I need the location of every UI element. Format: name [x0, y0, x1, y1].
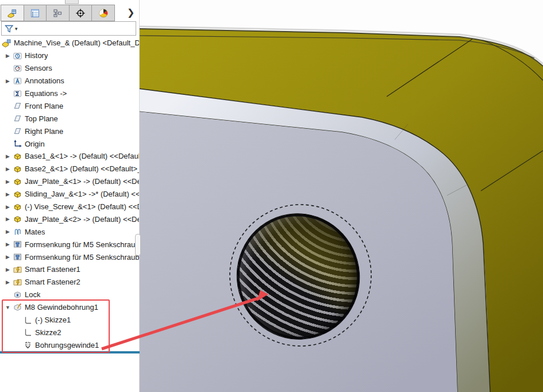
- origin-icon: [13, 139, 22, 148]
- part-icon: [13, 190, 22, 199]
- sketch-icon: [23, 316, 33, 325]
- part-icon: [13, 177, 22, 186]
- tree-item-base2[interactable]: ▶ Base2_&<1> (Default) <<Default>_D: [0, 163, 139, 175]
- hole-wizard-icon: [13, 303, 22, 312]
- mates-icon: [13, 227, 22, 236]
- tree-item-front-plane[interactable]: Front Plane: [0, 99, 139, 112]
- lock-icon: [13, 290, 22, 299]
- propertymanager-icon: [30, 8, 40, 18]
- tab-propertymanager[interactable]: [24, 5, 47, 21]
- annotations-icon: [13, 76, 22, 86]
- configurationmanager-icon: [52, 8, 63, 18]
- tree-item-vise-screw[interactable]: ▶ (-) Vise_Screw_&<1> (Default) <<De: [0, 201, 139, 213]
- tree-item-equations[interactable]: Equations ->: [0, 87, 139, 100]
- tree-item-jaw-plate1[interactable]: ▶ Jaw_Plate_&<1> -> (Default) <<Defa: [0, 175, 139, 188]
- feature-tree: Machine_Vise_& (Default) <Default_Displ …: [0, 37, 139, 351]
- tree-item-smart-fastener2[interactable]: ▶ Smart Fastener2: [0, 276, 139, 289]
- manager-tab-bar: [1, 5, 115, 21]
- tree-item-m8-gewindebohrung[interactable]: ▼ M8 Gewindebohrung1: [0, 301, 139, 314]
- smart-fastener-icon: [13, 265, 22, 274]
- tree-item-right-plane[interactable]: Right Plane: [0, 125, 139, 137]
- expand-arrow[interactable]: ▶: [3, 254, 13, 260]
- tree-item-bohrungsgewinde[interactable]: Bohrungsgewinde1: [0, 339, 139, 351]
- tree-item-history[interactable]: ▶ History: [0, 49, 139, 62]
- tree-item-sliding-jaw[interactable]: ▶ Sliding_Jaw_&<1> ->* (Default) <<D: [0, 188, 139, 201]
- model-scene: [138, 0, 543, 392]
- tree-filter-input[interactable]: ▾: [1, 21, 136, 36]
- plane-icon: [13, 101, 22, 110]
- tab-featuremanager[interactable]: [1, 5, 24, 21]
- tree-item-smart-fastener1[interactable]: ▶ Smart Fastener1: [0, 263, 139, 276]
- expand-arrow[interactable]: ▶: [3, 153, 13, 159]
- graphics-area[interactable]: [138, 0, 543, 392]
- tree-item-sensors[interactable]: Sensors: [0, 62, 139, 75]
- rollback-bar[interactable]: [0, 351, 140, 353]
- displaymanager-icon: [98, 8, 109, 18]
- tree-item-origin[interactable]: Origin: [0, 137, 139, 150]
- filter-funnel-icon: [4, 24, 14, 34]
- part-icon: [13, 214, 22, 224]
- part-icon: [13, 152, 22, 161]
- plane-icon: [13, 114, 22, 123]
- plane-icon: [13, 126, 22, 136]
- expand-arrow[interactable]: ▶: [3, 267, 13, 272]
- panel-overflow-chevron[interactable]: ❯: [127, 7, 134, 18]
- expand-arrow[interactable]: ▶: [3, 216, 13, 222]
- expand-arrow[interactable]: ▶: [3, 204, 13, 210]
- part-icon: [13, 164, 22, 174]
- tree-item-formsenkung2[interactable]: ▶ Formsenkung für M5 Senkschraube: [0, 251, 139, 263]
- thread-icon: [23, 340, 33, 349]
- expand-arrow[interactable]: ▶: [3, 53, 13, 59]
- tree-item-top-plane[interactable]: Top Plane: [0, 112, 139, 125]
- part-icon: [13, 202, 22, 212]
- filter-dropdown-arrow[interactable]: ▾: [15, 26, 18, 32]
- featuremanager-tree-icon: [7, 8, 17, 18]
- tree-item-lock[interactable]: Lock: [0, 289, 139, 301]
- toolbar-fragment: [65, 0, 79, 4]
- tab-dimxpertmanager[interactable]: [70, 5, 93, 21]
- expand-arrow[interactable]: ▶: [3, 78, 13, 84]
- expand-arrow[interactable]: ▶: [3, 279, 13, 285]
- tree-item-jaw-plate2[interactable]: ▶ Jaw_Plate_&<2> -> (Default) <<Defa: [0, 213, 139, 225]
- tree-item-skizze1[interactable]: (-) Skizze1: [0, 314, 139, 326]
- tree-item-annotations[interactable]: ▶ Annotations: [0, 75, 139, 87]
- featuremanager-panel: ❯ ▾ Machine_Vise_& (Default) <Default_Di…: [0, 0, 140, 392]
- dimxpertmanager-icon: [75, 8, 86, 18]
- history-icon: [13, 51, 22, 60]
- expand-arrow[interactable]: ▶: [3, 241, 13, 247]
- counterbore-icon: [13, 240, 22, 249]
- tab-configurationmanager[interactable]: [47, 5, 70, 21]
- sensors-icon: [13, 64, 22, 73]
- expand-arrow[interactable]: ▶: [3, 179, 13, 185]
- counterbore-icon: [13, 252, 22, 262]
- tree-item-mates[interactable]: ▶ Mates: [0, 225, 139, 238]
- equations-icon: [13, 89, 22, 98]
- tree-scrollbar-thumb[interactable]: [135, 234, 141, 256]
- smart-fastener-icon: [13, 278, 22, 287]
- collapse-arrow[interactable]: ▼: [3, 305, 13, 310]
- expand-arrow[interactable]: ▶: [3, 191, 13, 197]
- expand-arrow[interactable]: ▶: [3, 229, 13, 235]
- expand-arrow[interactable]: ▶: [3, 166, 13, 172]
- tree-item-formsenkung1[interactable]: ▶ Formsenkung für M5 Senkschraube: [0, 238, 139, 251]
- tab-displaymanager[interactable]: [92, 5, 114, 21]
- tree-item-base1[interactable]: ▶ Base1_&<1> -> (Default) <<Default>: [0, 150, 139, 163]
- solidworks-window: ❯ ▾ Machine_Vise_& (Default) <Default_Di…: [0, 0, 543, 392]
- tree-item-root[interactable]: Machine_Vise_& (Default) <Default_Displ: [0, 37, 139, 49]
- sketch-icon: [23, 328, 33, 337]
- tree-item-skizze2[interactable]: Skizze2: [0, 326, 139, 339]
- assembly-icon: [2, 39, 11, 48]
